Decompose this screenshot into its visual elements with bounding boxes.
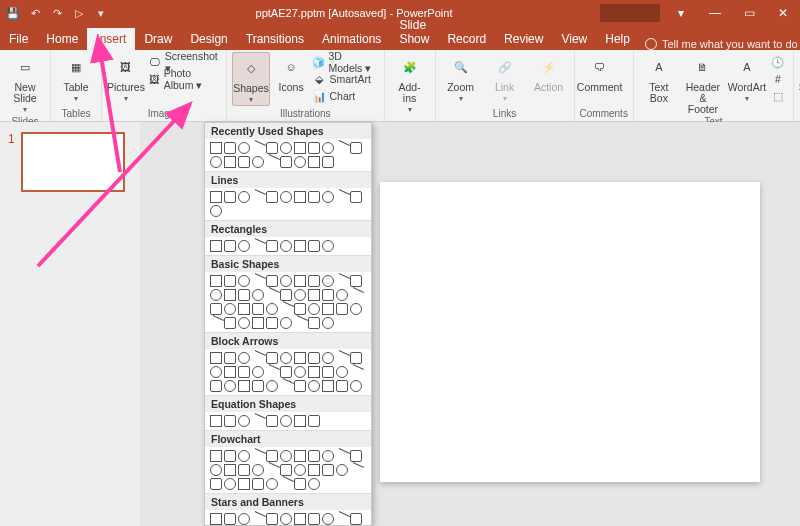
shape-item[interactable] [250, 140, 266, 156]
shape-item[interactable] [250, 448, 266, 464]
shape-item[interactable] [294, 450, 306, 462]
shape-item[interactable] [350, 191, 362, 203]
shape-item[interactable] [280, 352, 292, 364]
tab-review[interactable]: Review [495, 28, 552, 50]
shape-item[interactable] [266, 478, 278, 490]
photo_album-button[interactable]: 🖼Photo Album ▾ [149, 71, 221, 87]
shape-item[interactable] [266, 142, 278, 154]
icons-button[interactable]: ☺Icons [274, 52, 309, 93]
shape-item[interactable] [280, 142, 292, 154]
shape-item[interactable] [266, 191, 278, 203]
shape-item[interactable] [250, 189, 266, 205]
shapes-button[interactable]: ◇Shapes [232, 52, 270, 106]
shape-item[interactable] [238, 142, 250, 154]
shape-item[interactable] [252, 366, 264, 378]
shape-item[interactable] [224, 366, 236, 378]
shape-item[interactable] [294, 513, 306, 525]
shape-item[interactable] [266, 415, 278, 427]
shape-item[interactable] [210, 205, 222, 217]
shape-item[interactable] [252, 289, 264, 301]
shape-item[interactable] [350, 513, 362, 525]
shape-item[interactable] [250, 273, 266, 289]
shape-item[interactable] [224, 450, 236, 462]
shape-item[interactable] [322, 156, 334, 168]
shape-item[interactable] [266, 352, 278, 364]
shape-item[interactable] [266, 317, 278, 329]
shape-item[interactable] [210, 191, 222, 203]
shape-item[interactable] [322, 289, 334, 301]
shape-item[interactable] [250, 238, 266, 254]
shape-item[interactable] [224, 289, 236, 301]
shape-item[interactable] [280, 450, 292, 462]
shape-item[interactable] [336, 380, 348, 392]
shape-item[interactable] [308, 275, 320, 287]
shape-item[interactable] [322, 513, 334, 525]
shape-item[interactable] [322, 240, 334, 252]
shape-item[interactable] [334, 189, 350, 205]
shape-item[interactable] [322, 450, 334, 462]
shapes-dropdown[interactable]: Recently Used ShapesLinesRectanglesBasic… [204, 122, 372, 526]
shape-item[interactable] [336, 289, 348, 301]
shape-item[interactable] [224, 156, 236, 168]
textbox-button[interactable]: ATextBox [639, 52, 679, 104]
shape-item[interactable] [322, 191, 334, 203]
shape-item[interactable] [224, 142, 236, 154]
tab-help[interactable]: Help [596, 28, 639, 50]
shape-item[interactable] [278, 378, 294, 394]
shape-item[interactable] [280, 317, 292, 329]
shape-item[interactable] [252, 464, 264, 476]
shape-item[interactable] [252, 317, 264, 329]
shape-item[interactable] [210, 352, 222, 364]
shape-item[interactable] [210, 303, 222, 315]
shape-item[interactable] [224, 317, 236, 329]
shape-item[interactable] [224, 513, 236, 525]
shape-item[interactable] [238, 464, 250, 476]
shape-item[interactable] [264, 287, 280, 303]
close-button[interactable]: ✕ [766, 0, 800, 26]
shape-item[interactable] [224, 464, 236, 476]
shape-item[interactable] [308, 380, 320, 392]
shape-item[interactable] [210, 240, 222, 252]
qat-more-icon[interactable]: ▾ [94, 6, 108, 20]
shape-item[interactable] [210, 142, 222, 154]
shape-item[interactable] [308, 156, 320, 168]
shape-item[interactable] [224, 191, 236, 203]
smartart-button[interactable]: ⬙SmartArt [312, 71, 378, 87]
shape-item[interactable] [210, 289, 222, 301]
shape-item[interactable] [350, 142, 362, 154]
shape-item[interactable] [308, 478, 320, 490]
tab-draw[interactable]: Draw [135, 28, 181, 50]
shape-item[interactable] [238, 380, 250, 392]
shape-item[interactable] [264, 462, 280, 478]
shape-item[interactable] [348, 462, 364, 478]
shape-item[interactable] [294, 240, 306, 252]
shape-item[interactable] [278, 301, 294, 317]
redo-icon[interactable]: ↷ [50, 6, 64, 20]
shape-item[interactable] [308, 513, 320, 525]
comment-button[interactable]: 🗨Comment [580, 52, 620, 93]
shape-item[interactable] [348, 364, 364, 380]
num-button[interactable]: # [771, 71, 788, 87]
shape-item[interactable] [292, 315, 308, 331]
tab-view[interactable]: View [552, 28, 596, 50]
shape-item[interactable] [322, 142, 334, 154]
slide-canvas[interactable] [380, 182, 760, 482]
shape-item[interactable] [336, 464, 348, 476]
shape-item[interactable] [224, 240, 236, 252]
shape-item[interactable] [280, 513, 292, 525]
shape-item[interactable] [308, 303, 320, 315]
shape-item[interactable] [210, 275, 222, 287]
zoom-button[interactable]: 🔍Zoom [441, 52, 481, 104]
shape-item[interactable] [336, 366, 348, 378]
shape-item[interactable] [280, 275, 292, 287]
shape-item[interactable] [224, 303, 236, 315]
shape-item[interactable] [224, 352, 236, 364]
shape-item[interactable] [266, 380, 278, 392]
shape-item[interactable] [322, 275, 334, 287]
shape-item[interactable] [266, 450, 278, 462]
shape-item[interactable] [252, 380, 264, 392]
shape-item[interactable] [294, 275, 306, 287]
shape-item[interactable] [238, 366, 250, 378]
shape-item[interactable] [308, 240, 320, 252]
models-button[interactable]: 🧊3D Models ▾ [312, 54, 378, 70]
